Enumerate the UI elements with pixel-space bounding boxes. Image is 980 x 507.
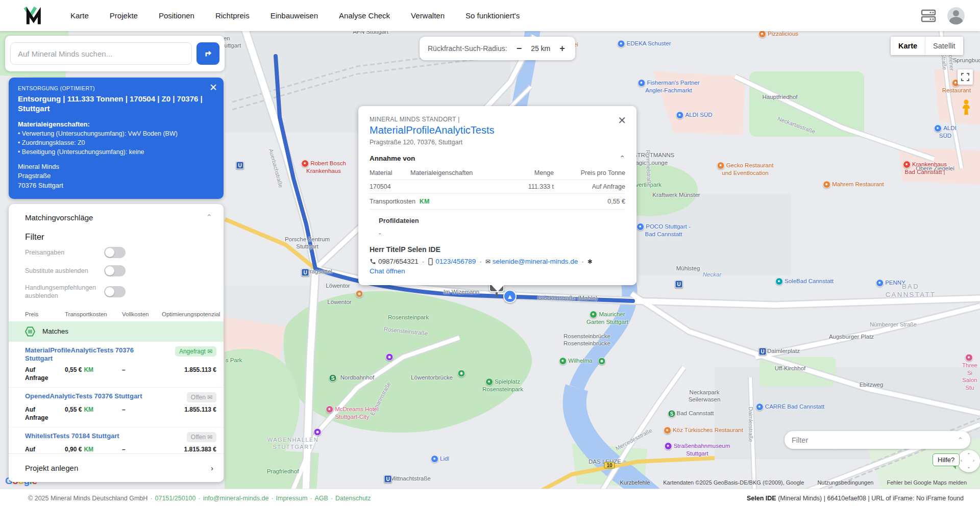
poi-marker[interactable] [598,358,606,365]
map-label[interactable]: Fisherman's Partner Angler-Fachmarkt [638,79,699,94]
map-type-satellit[interactable]: Satellit [925,37,963,55]
footer-email-link[interactable]: info@mineral-minds.de [203,495,269,502]
mobile-number-link[interactable]: 0123/456789 [435,258,476,265]
poi-icon[interactable] [638,80,645,87]
poi-marker[interactable] [386,353,394,361]
poi-icon[interactable] [965,354,973,362]
map-label[interactable]: POCO Stuttgart - Bad Cannstatt [636,223,691,238]
nav-richtpreis[interactable]: Richtpreis [215,11,250,20]
poi-icon[interactable] [326,406,333,414]
radius-increase-button[interactable]: + [557,43,567,54]
poi-icon[interactable] [485,378,493,386]
poi-icon[interactable] [934,125,942,133]
poi-icon[interactable] [301,160,309,168]
poi-icon[interactable] [717,162,725,170]
tilt-rotate-control[interactable]: ⌃ ⌄ ‹ › [958,450,980,472]
help-button[interactable]: Hilfe? [933,453,960,466]
phone-number[interactable]: 0987/654321 [378,258,419,265]
nav-projekte[interactable]: Projekte [110,11,138,20]
poi-icon[interactable] [618,40,625,48]
map-filter-input[interactable] [792,436,958,444]
handlungsempfehlungen-toggle[interactable] [104,286,126,297]
poi-marker[interactable] [314,428,322,436]
map-label[interactable]: Wilhelma [559,357,592,365]
radius-decrease-button[interactable]: − [514,43,524,54]
poi-icon[interactable] [665,443,672,450]
map-label[interactable]: Three Si Salon Stu [962,354,977,391]
email-link[interactable]: selenide@mineral-minds.de [493,258,578,265]
poi-icon[interactable] [756,403,764,411]
ubahn-station-badge[interactable]: U [675,281,683,288]
ubahn-station-badge[interactable]: U [759,348,767,356]
directions-button[interactable] [197,42,219,65]
sbahn-station-badge[interactable]: S [668,410,676,418]
map-label[interactable]: SoleBad Cannstatt [775,277,834,285]
map-label[interactable]: Robert Bosch Krankenhaus [301,160,346,175]
close-icon[interactable]: ✕ [618,114,626,126]
fullscreen-button[interactable] [958,69,973,85]
nav-einbauweisen[interactable]: Einbauweisen [271,11,318,20]
search-input[interactable] [10,42,192,65]
terms-link[interactable]: Nutzungsbedingungen [817,479,873,486]
road-shield[interactable]: 10 [604,462,615,469]
poi-icon[interactable] [775,278,783,286]
sbahn-station-badge[interactable]: S [329,374,337,382]
map-label[interactable]: ALDI SÜD [928,124,963,140]
map-label[interactable]: Mauricher Garten Stuttgart [586,311,628,326]
shortcuts-link[interactable]: Kurzbefehle [620,479,650,486]
match-link[interactable]: OpenedAnalyticTests 70376 Stuttgart [25,392,142,400]
poi-icon[interactable] [636,223,644,231]
map-label[interactable]: CARRÉ Bad Cannstatt [756,403,824,411]
pegman-icon[interactable] [960,99,973,115]
ubahn-station-badge[interactable]: U [236,162,244,169]
impressum-link[interactable]: Impressum [276,495,308,502]
status-badge[interactable]: Offen✉ [187,432,216,442]
map-label[interactable]: Mahrem Restaurant [823,181,884,188]
map-label[interactable]: EDEKA Schuster [618,40,671,47]
map-label[interactable]: Spielplatz Rosensteinpark [482,378,523,393]
poi-icon[interactable] [676,112,683,119]
map-label[interactable]: McDreams Hotel Stuttgart-City [326,405,379,421]
status-badge[interactable]: Angefragt✉ [175,346,216,357]
collapse-chevron-icon[interactable]: ⌃ [206,213,212,222]
agb-link[interactable]: AGB [315,495,328,502]
map-type-karte[interactable]: Karte [891,37,925,55]
map-label[interactable]: Pizzalicious [758,30,798,38]
report-error-link[interactable]: Fehler bei Google Maps melden [887,479,967,486]
map-label[interactable]: ALDI SÜD [676,111,712,119]
poi-icon[interactable] [431,455,438,463]
nav-analyse-check[interactable]: Analyse Check [339,11,390,20]
ubahn-station-badge[interactable]: U [302,269,309,276]
chat-link[interactable]: Chat öffnen [370,267,405,275]
mineral-minds-logo[interactable] [21,5,44,27]
section-collapse-chevron-icon[interactable]: ⌃ [619,154,625,162]
preisangaben-toggle[interactable] [104,247,126,258]
server-stack-icon[interactable] [921,9,936,23]
nav-so-funktionierts[interactable]: So funktioniert's [465,11,520,20]
nav-karte[interactable]: Karte [70,11,89,20]
map-label[interactable]: Straßenbahnmuseum Stuttgart [665,442,730,458]
map-label[interactable]: Köz Türkisches Restaurant [664,426,743,434]
poi-icon[interactable] [664,427,671,435]
nav-arrow-marker[interactable]: ▲ [503,290,517,303]
create-project-button[interactable]: Projekt anlegen › [9,453,224,482]
nav-positionen[interactable]: Positionen [159,11,194,20]
popup-title-link[interactable]: MaterialProfileAnalyticTests [370,124,625,136]
datenschutz-link[interactable]: Datenschutz [335,495,371,502]
poi-icon[interactable] [590,311,597,319]
map-label[interactable]: Gecko Restaurant und Eventlocation [717,162,774,177]
map-label[interactable]: Krankenhaus Bad Cannstatt | [903,161,947,176]
user-avatar[interactable] [947,7,965,24]
poi-icon[interactable] [559,358,567,365]
filter-collapse-chevron-icon[interactable]: ⌃ [958,436,963,444]
poi-marker[interactable] [458,370,465,377]
map-label[interactable]: Lidl [431,455,449,463]
match-link[interactable]: WhitelistTests 70184 Stuttgart [25,432,119,440]
poi-marker[interactable] [356,290,363,298]
poi-icon[interactable] [823,181,830,189]
nav-verwalten[interactable]: Verwalten [411,11,445,20]
poi-icon[interactable] [903,161,911,169]
substitute-toggle[interactable] [104,265,126,276]
match-link[interactable]: MaterialProfileAnalyticTests 70376 Stutt… [25,346,155,363]
ubahn-station-badge[interactable]: U [384,475,392,483]
